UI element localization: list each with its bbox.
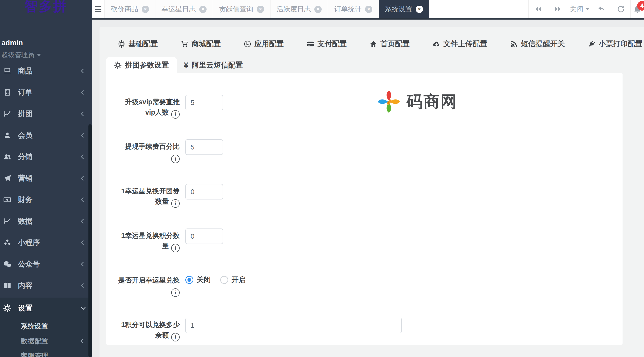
withdraw-fee-percent-input[interactable]: [185, 139, 223, 155]
subtab-label: 拼团参数设置: [125, 60, 169, 70]
sidebar-item-label: 订单: [18, 88, 32, 98]
tab-controls: 关闭 4: [528, 0, 644, 18]
close-icon[interactable]: ×: [365, 6, 372, 13]
sidebar-scrollbar[interactable]: [88, 124, 92, 357]
sidebar-item-marketing[interactable]: 营销: [0, 168, 92, 189]
tab-order-stats[interactable]: 订单统计 ×: [328, 0, 379, 18]
tab-lucky-star-log[interactable]: 幸运星日志 ×: [156, 0, 213, 18]
wechat-icon: [3, 260, 14, 268]
back-button[interactable]: [592, 0, 611, 18]
config-tab-label: 商城配置: [192, 39, 221, 49]
refresh-icon: [617, 5, 625, 13]
points-to-balance-input[interactable]: [185, 318, 402, 333]
sidebar-item-goods[interactable]: 商品: [0, 60, 92, 82]
notifications-button[interactable]: 4: [630, 0, 644, 18]
subtab-label: 阿里云短信配置: [192, 60, 243, 70]
config-tab-homepage[interactable]: 首页配置: [370, 39, 410, 49]
close-dropdown-label: 关闭: [570, 4, 584, 14]
gear-icon: [118, 40, 125, 48]
chevron-left-icon: [81, 262, 86, 266]
app-logo: 智多拼: [0, 0, 92, 16]
config-tabs-row: 基础配置 商城配置 应用配置 支付配置 首页配置 文件上传配置 短信提醒开关 小…: [118, 39, 642, 49]
config-tab-app[interactable]: 应用配置: [244, 39, 284, 49]
undo-arrow-icon: [598, 6, 606, 13]
sidebar-item-label: 营销: [18, 173, 32, 183]
sidebar-item-groupbuy[interactable]: 拼团: [0, 103, 92, 124]
sidebar-item-orders[interactable]: 订单: [0, 82, 92, 103]
tab-activity-log[interactable]: 活跃度日志 ×: [270, 0, 328, 18]
tab-bargain-goods[interactable]: 砍价商品 ×: [105, 0, 156, 18]
radio-label: 关闭: [197, 275, 211, 284]
chevron-left-icon: [81, 339, 85, 343]
hamburger-menu-button[interactable]: [92, 0, 105, 18]
user-icon: [3, 131, 14, 139]
config-tab-sms-reminder[interactable]: 短信提醒开关: [510, 39, 565, 49]
tab-contribution-query[interactable]: 贡献值查询 ×: [213, 0, 270, 18]
config-tab-basic[interactable]: 基础配置: [118, 39, 158, 49]
flower-logo-icon: [375, 88, 403, 116]
config-tab-file-upload[interactable]: 文件上传配置: [433, 39, 487, 49]
sidebar-item-miniprogram[interactable]: 小程序: [0, 232, 92, 253]
caret-down-icon: [586, 8, 590, 10]
chart-line-icon: [3, 110, 14, 118]
plug-icon: [588, 40, 595, 48]
config-tab-label: 应用配置: [254, 39, 284, 49]
refresh-button[interactable]: [611, 0, 630, 18]
config-tab-receipt-print[interactable]: 小票打印配置: [588, 39, 642, 49]
sidebar-item-settings[interactable]: 设置: [0, 298, 92, 319]
field-label: 1幸运星兑换开团券 数量i: [106, 184, 180, 208]
info-icon: i: [171, 244, 180, 252]
form-row: 提现手续费百分比 i: [106, 139, 622, 163]
form-row: 1积分可以兑换多少 余额i: [106, 318, 622, 342]
close-icon[interactable]: ×: [199, 6, 206, 13]
radio-option-off[interactable]: 关闭: [185, 275, 211, 284]
close-icon[interactable]: ×: [314, 6, 322, 13]
luckystar-coupon-count-input[interactable]: [185, 184, 223, 200]
gear-icon: [114, 62, 122, 69]
sidebar-item-label: 商品: [18, 66, 32, 76]
close-tabs-dropdown[interactable]: 关闭: [567, 0, 592, 18]
close-icon[interactable]: ×: [416, 6, 423, 13]
credit-card-icon: [307, 40, 314, 48]
users-icon: [3, 153, 14, 161]
config-tab-payment[interactable]: 支付配置: [307, 39, 347, 49]
sidebar-menu: 商品 订单 拼团 会员 分销 营销 财务: [0, 60, 92, 296]
sidebar-item-label: 财务: [18, 195, 32, 205]
close-icon[interactable]: ×: [257, 6, 264, 13]
sidebar-item-distribution[interactable]: 分销: [0, 146, 92, 168]
chevron-left-icon: [81, 112, 86, 116]
sidebar-item-finance[interactable]: 财务: [0, 189, 92, 210]
sidebar-item-label: 设置: [18, 303, 32, 313]
subtab-group-params[interactable]: 拼团参数设置: [106, 57, 177, 73]
subtab-aliyun-sms[interactable]: ¥ 阿里云短信配置: [177, 57, 250, 73]
cloud-upload-icon: [433, 40, 440, 48]
info-icon: i: [171, 333, 180, 342]
sidebar-subitem-customer-service[interactable]: 客服管理: [0, 348, 92, 357]
sidebar-subitem-system-settings[interactable]: 系统设置: [0, 319, 92, 334]
svip-direct-vip-count-input[interactable]: [185, 95, 223, 110]
watermark: 码商网: [375, 88, 458, 116]
config-tab-mall[interactable]: 商城配置: [181, 39, 221, 49]
scroll-tabs-right-button[interactable]: [548, 0, 567, 18]
radio-option-on[interactable]: 开启: [220, 275, 246, 284]
admin-app: { "sidebar": { "logo": "智多拼", "username"…: [0, 0, 644, 357]
sidebar-item-official-account[interactable]: 公众号: [0, 253, 92, 275]
user-role-dropdown[interactable]: 超级管理员: [2, 50, 92, 60]
submenu-label: 客服管理: [21, 351, 48, 357]
tab-system-settings[interactable]: 系统设置 ×: [379, 0, 429, 18]
sidebar-item-data[interactable]: 数据: [0, 210, 92, 232]
sidebar-item-content[interactable]: 内容: [0, 275, 92, 296]
chevron-left-icon: [81, 240, 86, 245]
sidebar-item-members[interactable]: 会员: [0, 124, 92, 146]
book-icon: [3, 282, 14, 290]
luckystar-points-count-input[interactable]: [185, 228, 223, 244]
sidebar-item-label: 小程序: [18, 238, 40, 248]
sidebar-item-label: 公众号: [18, 259, 40, 269]
scroll-tabs-left-button[interactable]: [528, 0, 548, 18]
sidebar-item-label: 分销: [18, 152, 32, 162]
chevron-left-icon: [81, 133, 86, 138]
sidebar-subitem-data-config[interactable]: 数据配置: [0, 334, 92, 348]
close-icon[interactable]: ×: [142, 6, 149, 13]
whatsapp-icon: [244, 40, 251, 48]
yen-icon: ¥: [184, 61, 188, 70]
